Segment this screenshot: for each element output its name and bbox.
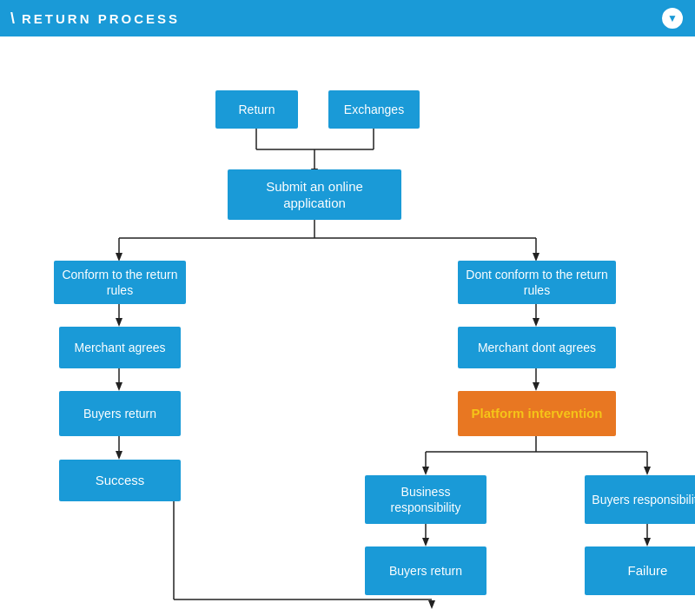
buyers-return-left-box: Buyers return — [59, 391, 181, 436]
svg-marker-24 — [533, 382, 539, 391]
svg-marker-22 — [533, 318, 539, 327]
page-title: RETURN PROCESS — [22, 11, 180, 26]
header-slash: \ — [10, 10, 15, 28]
failure-box: Failure — [585, 546, 695, 595]
diagram-area: Return Exchanges Submit an online applic… — [0, 36, 695, 616]
return-box: Return — [215, 90, 298, 129]
svg-marker-20 — [428, 600, 435, 609]
svg-marker-12 — [116, 318, 122, 327]
dont-conform-box: Dont conform to the return rules — [458, 261, 616, 304]
svg-marker-32 — [422, 538, 429, 546]
merchant-dont-box: Merchant dont agrees — [458, 327, 616, 368]
svg-marker-16 — [116, 451, 122, 460]
svg-marker-14 — [116, 382, 122, 391]
buyers-resp-box: Buyers responsibility — [585, 475, 695, 524]
svg-marker-30 — [644, 467, 651, 475]
triangle-icon[interactable] — [660, 6, 685, 30]
svg-marker-34 — [644, 538, 651, 546]
page-header: \ RETURN PROCESS — [0, 0, 695, 36]
platform-box: Platform intervention — [458, 391, 616, 436]
submit-box: Submit an online application — [228, 169, 401, 220]
conform-box: Conform to the return rules — [54, 261, 186, 304]
success-box: Success — [59, 460, 181, 501]
buyers-return-right-box: Buyers return — [365, 546, 486, 595]
svg-marker-28 — [422, 467, 429, 475]
business-resp-box: Business responsibility — [365, 475, 486, 524]
exchanges-box: Exchanges — [328, 90, 420, 129]
merchant-agrees-box: Merchant agrees — [59, 327, 181, 368]
